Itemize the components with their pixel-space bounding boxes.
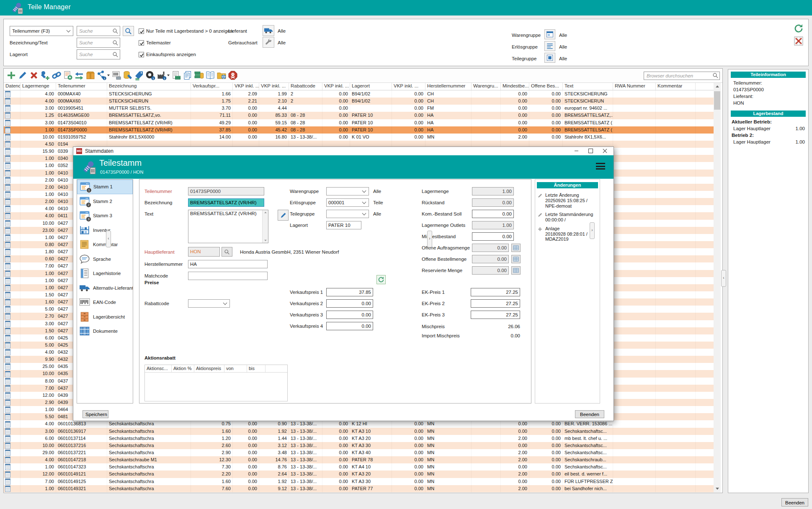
verkaufspreis2-field[interactable]: 0.00	[326, 299, 373, 308]
table-row[interactable]: 1.0006010149321Sechskantschaftschra7.600…	[4, 485, 714, 492]
hazard-icon[interactable]	[228, 70, 238, 80]
table-row[interactable]: 4.0006010147218Sechskantschraube M112.30…	[4, 456, 714, 463]
document-invoice-icon[interactable]	[171, 70, 181, 80]
search-button[interactable]	[123, 26, 134, 36]
edit-text-button[interactable]	[278, 210, 289, 221]
document-export-icon[interactable]	[63, 70, 73, 80]
barcode-print-icon[interactable]	[111, 70, 121, 80]
table-row[interactable]: 7.0006010149125Sechskantschaftschra1.600…	[4, 478, 714, 485]
rabattcode-combo[interactable]	[188, 299, 230, 308]
ek-preis3-field[interactable]: 27.25	[471, 311, 520, 319]
folder-web-icon[interactable]	[217, 70, 227, 80]
column-header[interactable]: VKP inkl. ...	[233, 83, 259, 90]
column-header[interactable]: VKP inkl. ...	[322, 83, 350, 90]
refresh-button[interactable]	[794, 23, 804, 33]
nav-item-sprache[interactable]: Sprache	[77, 252, 133, 267]
column-header[interactable]: VKP inkl. ...	[259, 83, 289, 90]
minimize-button[interactable]	[570, 147, 583, 154]
search-field-selector[interactable]: Teilenummer (F3)	[10, 26, 73, 36]
hauptlieferant-field[interactable]: HON	[188, 247, 220, 257]
table-row[interactable]: 3.0006010136917Sechskantschaftschra1.600…	[4, 428, 714, 435]
column-header[interactable]: Lagerort	[350, 83, 392, 90]
lieferant-filter-button[interactable]	[263, 25, 274, 36]
ek-preis2-field[interactable]: 27.25	[471, 299, 520, 308]
column-header[interactable]: Teilenummer	[56, 83, 107, 90]
verkaufspreis3-field[interactable]: 0.00	[326, 311, 373, 319]
close-icon[interactable]	[598, 147, 611, 154]
nav-item-lager-bersicht[interactable]: Lagerübersicht	[77, 310, 133, 324]
column-header[interactable]: Offene Bes...	[529, 83, 563, 90]
verkaufspreis1-field[interactable]: 37.85	[326, 288, 373, 296]
column-header[interactable]: Text	[563, 83, 613, 90]
app-beenden-button[interactable]: Beenden	[781, 498, 808, 506]
table-vertical-scrollbar[interactable]	[714, 83, 721, 492]
nav-collapse-handle[interactable]: ‹	[106, 231, 111, 247]
column-header[interactable]: Verkaufspr...	[191, 83, 233, 90]
filter-einkaufspreis-checkbox[interactable]: Einkaufspreis anzeigen	[139, 51, 196, 58]
column-header[interactable]: Kommentar	[656, 83, 696, 90]
nav-item-ean-code[interactable]: EAN-Code	[77, 295, 133, 310]
scroll-down-arrow[interactable]	[714, 485, 721, 492]
column-header[interactable]: Datenqu...	[4, 83, 21, 90]
factory-info-icon[interactable]: i	[157, 70, 167, 80]
aktions-column-header[interactable]: bis	[247, 365, 266, 372]
table-row[interactable]: 1.0006010147323Sechskantschaftschra7.300…	[4, 463, 714, 470]
column-header[interactable]: Bezeichnung	[107, 83, 191, 90]
column-header[interactable]: Herstellernummer	[425, 83, 472, 90]
column-header[interactable]: VKP inkl. ...	[392, 83, 425, 90]
delete-icon[interactable]	[29, 70, 39, 80]
share-info-icon[interactable]: i	[97, 70, 107, 80]
search-icon[interactable]	[712, 72, 719, 79]
search-icon[interactable]	[112, 39, 119, 46]
erloesgruppe-filter-button[interactable]	[544, 41, 555, 51]
link-icon[interactable]	[52, 70, 62, 80]
aktions-column-header[interactable]: Aktion %	[172, 365, 194, 372]
bezeichnung-field[interactable]: BREMSSATTELSATZ (VR/HR)	[188, 198, 264, 207]
offene-bestellmenge-detail-button[interactable]	[511, 255, 521, 263]
column-header[interactable]: Rabattcode	[289, 83, 322, 90]
nav-item-stamm-1[interactable]: 1Stamm 1	[77, 180, 133, 194]
table-row[interactable]: 4.00000MAX40STECKSICHERUNG1.662.091.9920…	[4, 90, 714, 98]
scroll-up-arrow[interactable]	[714, 83, 721, 90]
scrollbar-thumb[interactable]	[714, 91, 720, 110]
aktions-column-header[interactable]: von	[224, 365, 247, 372]
column-header[interactable]: Mindestbe...	[501, 83, 529, 90]
aktions-column-header[interactable]: Aktionspreis	[194, 365, 224, 372]
table-row[interactable]: 6.0006010137114Sechskantschaftschra1.200…	[4, 435, 714, 442]
dialog-titlebar[interactable]: MD Stammdaten	[73, 147, 614, 155]
dialog-beenden-button[interactable]: Beenden	[575, 410, 604, 418]
gebrauchsart-filter-button[interactable]	[263, 37, 274, 48]
table-row[interactable]: 1.2501463SMGE00BREMSSATTELSATZ,vo.71.110…	[4, 112, 714, 119]
edit-icon[interactable]	[18, 70, 28, 80]
table-row[interactable]: 12.0006010149121Sechskantschaftschra2.20…	[4, 470, 714, 478]
maximize-button[interactable]	[584, 147, 597, 154]
nav-item-alternativ-lieferant[interactable]: Alternativ-Lieferant	[77, 281, 133, 296]
nav-item-stamm-3[interactable]: 3Stamm 3	[77, 208, 133, 223]
teilegruppe-filter-button[interactable]	[544, 53, 555, 63]
filter-teilemaster-checkbox[interactable]: Teilemaster	[139, 39, 171, 46]
stock-books-icon[interactable]	[194, 70, 204, 80]
tire-info-icon[interactable]: i	[145, 70, 155, 80]
transfer-icon[interactable]	[74, 70, 84, 80]
export-cancel-button[interactable]	[794, 36, 804, 46]
copy-icon[interactable]	[183, 70, 193, 80]
offene-auftragsmenge-detail-button[interactable]	[511, 244, 521, 252]
nav-item-kommentar[interactable]: Kommentar	[77, 237, 133, 252]
column-header[interactable]: RWA Nummer	[613, 83, 656, 90]
package-icon[interactable]	[85, 70, 95, 80]
add-icon[interactable]	[6, 70, 16, 80]
browser-search-input[interactable]	[644, 72, 720, 80]
mindestbestand-field[interactable]: 0.00	[472, 232, 514, 241]
table-row[interactable]: 10.0001931059752Stahlrohr 8X1,5X600014.0…	[4, 134, 714, 141]
dropdown-caret-icon[interactable]	[107, 75, 110, 76]
table-row[interactable]: 4.0006010136813Sechskantschaftschra0.750…	[4, 420, 714, 427]
dropdown-caret-icon[interactable]	[167, 75, 170, 76]
text-area[interactable]: BREMSSATTELSATZ (VR/HR)	[188, 210, 268, 243]
aenderungen-collapse-handle[interactable]: ›	[590, 222, 595, 239]
form-collapse-handle[interactable]: ›	[427, 231, 432, 247]
table-row[interactable]: 29.0006010137221Sechskantschaftschra2.90…	[4, 449, 714, 456]
verkaufspreis4-field[interactable]: 0.00	[326, 322, 373, 330]
column-header[interactable]: Lagermenge	[21, 83, 56, 90]
sidebar-collapse-handle[interactable]: ‹	[721, 270, 726, 287]
hauptlieferant-search-button[interactable]	[222, 247, 232, 257]
